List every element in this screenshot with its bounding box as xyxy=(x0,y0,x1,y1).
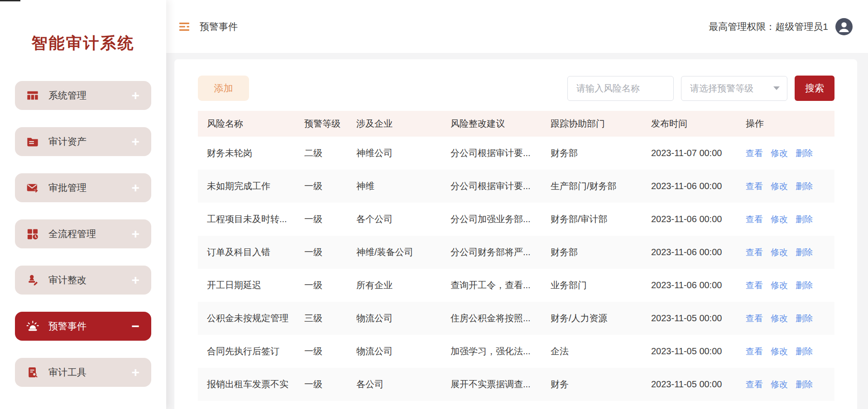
cell-department: 企法 xyxy=(542,345,642,357)
view-link[interactable]: 查看 xyxy=(746,147,763,159)
edit-link[interactable]: 修改 xyxy=(771,181,788,192)
cell-risk-name: 订单及科目入错 xyxy=(198,246,295,258)
sidebar-item-audit-rectification[interactable]: 审计整改 + xyxy=(15,266,151,295)
table-row: 公积金未按规定管理 三级 物流公司 住房公积金将按照... 财务/人力资源 20… xyxy=(198,302,834,335)
view-link[interactable]: 查看 xyxy=(746,280,763,291)
delete-link[interactable]: 删除 xyxy=(796,313,813,324)
sidebar-item-audit-assets[interactable]: 审计资产 + xyxy=(15,127,151,156)
select-placeholder: 请选择预警等级 xyxy=(690,82,753,95)
cell-publish-time: 2023-11-06 00:00 xyxy=(642,181,737,191)
cell-risk-name: 工程项目未及时转... xyxy=(198,213,295,225)
collapse-menu-icon[interactable] xyxy=(179,21,190,32)
delete-link[interactable]: 删除 xyxy=(796,181,813,192)
delete-link[interactable]: 删除 xyxy=(796,247,813,258)
risk-name-input[interactable] xyxy=(567,76,674,101)
cell-warning-level: 一级 xyxy=(295,345,347,357)
cell-risk-name: 合同先执行后签订 xyxy=(198,345,295,357)
cell-suggestion: 分公司加强业务部... xyxy=(441,213,542,225)
sidebar-item-system-management[interactable]: 系统管理 + xyxy=(15,81,151,110)
cell-suggestion: 分公司根据审计要... xyxy=(441,147,542,159)
cell-suggestion: 分公司根据审计要... xyxy=(441,180,542,192)
delete-link[interactable]: 删除 xyxy=(796,147,813,159)
cell-company: 物流公司 xyxy=(347,345,441,357)
delete-link[interactable]: 删除 xyxy=(796,379,813,390)
user-avatar[interactable] xyxy=(835,18,853,35)
cell-suggestion: 展开不实票据调查... xyxy=(441,378,542,390)
cell-publish-time: 2023-11-06 00:00 xyxy=(642,214,737,224)
sidebar: 智能审计系统 系统管理 + 审计资产 + 审批管理 + xyxy=(0,0,166,409)
column-header-department: 跟踪协助部门 xyxy=(542,118,642,130)
table-row: 财务未轮岗 二级 神维公司 分公司根据审计要... 财务部 2023-11-07… xyxy=(198,137,834,170)
table-row: 开工日期延迟 一级 所有企业 查询开工令，查看... 业务部门 2023-11-… xyxy=(198,269,834,302)
add-button[interactable]: 添加 xyxy=(198,76,249,101)
cell-company: 神维 xyxy=(347,180,441,192)
table-row: 未如期完成工作 一级 神维 分公司根据审计要... 生产部门/财务部 2023-… xyxy=(198,170,834,203)
column-header-publish-time: 发布时间 xyxy=(642,118,737,130)
cell-publish-time: 2023-11-05 00:00 xyxy=(642,313,737,323)
cell-suggestion: 加强学习，强化法... xyxy=(441,345,542,357)
search-button[interactable]: 搜索 xyxy=(795,76,834,101)
plus-icon: + xyxy=(131,89,139,102)
cell-warning-level: 一级 xyxy=(295,279,347,291)
cell-department: 财务部 xyxy=(542,147,642,159)
view-link[interactable]: 查看 xyxy=(746,181,763,192)
chevron-down-icon xyxy=(773,86,780,90)
table-header-row: 风险名称 预警等级 涉及企业 风险整改建议 跟踪协助部门 发布时间 操作 xyxy=(198,111,834,137)
plus-icon: + xyxy=(131,135,139,148)
edit-link[interactable]: 修改 xyxy=(771,313,788,324)
table-body: 财务未轮岗 二级 神维公司 分公司根据审计要... 财务部 2023-11-07… xyxy=(198,137,834,401)
app-logo: 智能审计系统 xyxy=(0,33,166,54)
cell-actions: 查看 修改 删除 xyxy=(737,247,834,258)
view-link[interactable]: 查看 xyxy=(746,247,763,258)
sidebar-item-label: 审计整改 xyxy=(48,274,86,286)
view-link[interactable]: 查看 xyxy=(746,313,763,324)
cell-actions: 查看 修改 删除 xyxy=(737,214,834,225)
column-header-company: 涉及企业 xyxy=(347,118,441,130)
cell-suggestion: 分公司财务部将严... xyxy=(441,246,542,258)
table-row: 合同先执行后签订 一级 物流公司 加强学习，强化法... 企法 2023-11-… xyxy=(198,335,834,368)
cell-actions: 查看 修改 删除 xyxy=(737,280,834,291)
view-link[interactable]: 查看 xyxy=(746,346,763,357)
sidebar-item-audit-tools[interactable]: 审计工具 + xyxy=(15,358,151,387)
sidebar-item-label: 审批管理 xyxy=(48,181,86,194)
edit-link[interactable]: 修改 xyxy=(771,280,788,291)
sidebar-item-label: 全流程管理 xyxy=(48,228,96,240)
user-permission-label: 最高管理权限：超级管理员1 xyxy=(709,20,828,33)
cell-company: 所有企业 xyxy=(347,279,441,291)
cell-warning-level: 一级 xyxy=(295,246,347,258)
cell-department: 财务/人力资源 xyxy=(542,312,642,324)
delete-link[interactable]: 删除 xyxy=(796,214,813,225)
sidebar-item-approval-management[interactable]: 审批管理 + xyxy=(15,173,151,202)
cell-actions: 查看 修改 删除 xyxy=(737,181,834,192)
cell-company: 物流公司 xyxy=(347,312,441,324)
sidebar-item-full-process-management[interactable]: 全流程管理 + xyxy=(15,219,151,248)
plus-icon: + xyxy=(131,227,139,241)
cell-publish-time: 2023-11-05 00:00 xyxy=(642,346,737,357)
column-header-actions: 操作 xyxy=(737,118,834,130)
cell-risk-name: 报销出租车发票不实 xyxy=(198,378,295,390)
cell-publish-time: 2023-11-06 00:00 xyxy=(642,280,737,290)
cell-department: 业务部门 xyxy=(542,279,642,291)
view-link[interactable]: 查看 xyxy=(746,379,763,390)
edit-link[interactable]: 修改 xyxy=(771,379,788,390)
delete-link[interactable]: 删除 xyxy=(796,280,813,291)
sidebar-item-warning-events[interactable]: 预警事件 − xyxy=(15,312,151,341)
cell-department: 财务部/审计部 xyxy=(542,213,642,225)
page-title: 预警事件 xyxy=(200,20,238,33)
edit-link[interactable]: 修改 xyxy=(771,247,788,258)
cell-publish-time: 2023-11-07 00:00 xyxy=(642,148,737,158)
table-row: 报销出租车发票不实 一级 各公司 展开不实票据调查... 财务 2023-11-… xyxy=(198,368,834,401)
cell-warning-level: 一级 xyxy=(295,213,347,225)
cell-actions: 查看 修改 删除 xyxy=(737,313,834,324)
plus-icon: + xyxy=(131,181,139,195)
edit-link[interactable]: 修改 xyxy=(771,214,788,225)
main-area: 预警事件 最高管理权限：超级管理员1 添加 请选择预警等级 搜索 风险名称 xyxy=(166,0,868,409)
edit-link[interactable]: 修改 xyxy=(771,346,788,357)
minus-icon: − xyxy=(131,319,139,333)
cell-suggestion: 住房公积金将按照... xyxy=(441,312,542,324)
view-link[interactable]: 查看 xyxy=(746,214,763,225)
edit-link[interactable]: 修改 xyxy=(771,147,788,159)
delete-link[interactable]: 删除 xyxy=(796,346,813,357)
sidebar-item-label: 系统管理 xyxy=(48,89,86,102)
warning-level-select[interactable]: 请选择预警等级 xyxy=(681,76,787,101)
